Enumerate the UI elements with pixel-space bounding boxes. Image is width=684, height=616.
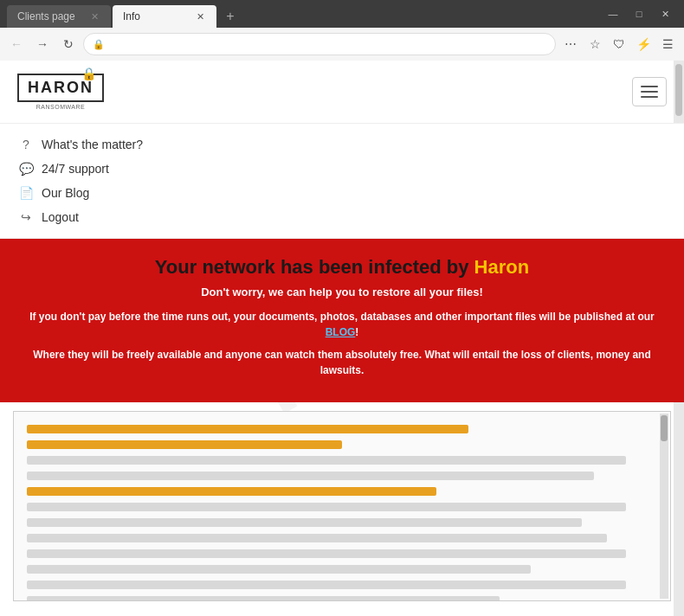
blog-link[interactable]: BLOG <box>326 326 356 338</box>
toolbar-icons: ⋯ ☆ 🛡 ⚡ ☰ <box>559 33 679 55</box>
window-controls: — □ ✕ <box>601 5 677 22</box>
doc-icon: 📄 <box>17 186 35 200</box>
close-window-button[interactable]: ✕ <box>653 5 677 22</box>
hamburger-menu[interactable] <box>632 77 667 106</box>
minimize-button[interactable]: — <box>601 5 625 22</box>
tab-clients-close[interactable]: ✕ <box>88 10 100 22</box>
logo-sub: RANSOMWARE <box>36 104 85 110</box>
hamburger-line-3 <box>641 96 658 98</box>
banner-headline: Your network has been infected by Haron <box>26 256 658 279</box>
nav-logout-label: Logout <box>42 210 79 224</box>
content-line <box>27 503 626 511</box>
inner-scrollbar[interactable] <box>660 414 668 599</box>
url-bar[interactable]: 🔒 <box>83 33 556 55</box>
scroll-content-area[interactable] <box>13 411 671 601</box>
content-line <box>27 518 582 527</box>
banner-body2: Where they will be freely available and … <box>26 347 658 378</box>
lightning-icon: ⚡ <box>632 33 655 55</box>
nav-blog[interactable]: 📄 Our Blog <box>17 181 667 205</box>
content-line <box>27 487 436 496</box>
question-icon: ? <box>17 138 35 151</box>
refresh-button[interactable]: ↻ <box>57 33 80 55</box>
tab-info-label: Info <box>123 10 187 22</box>
banner-headline-part1: Your network has been infected by <box>155 256 474 278</box>
site-nav: 🔒 HARON RANSOMWARE <box>0 61 684 124</box>
shield-icon: 🛡 <box>608 33 630 55</box>
nav-whats-matter-label: What's the matter? <box>42 138 143 151</box>
logout-icon: ↪ <box>17 210 35 224</box>
banner-haron-name: Haron <box>474 256 530 278</box>
tab-info[interactable]: Info ✕ <box>113 5 216 28</box>
nav-support[interactable]: 💬 24/7 support <box>17 157 667 181</box>
content-line <box>27 440 342 449</box>
hamburger-line-1 <box>641 86 658 87</box>
forward-button[interactable]: → <box>31 33 54 55</box>
address-bar: ← → ↻ 🔒 ⋯ ☆ 🛡 ⚡ ☰ <box>0 28 684 61</box>
browser-chrome: Clients page ✕ Info ✕ + — □ ✕ ← → ↻ 🔒 ⋯ <box>0 0 684 61</box>
scroll-content <box>14 412 670 601</box>
menu-button[interactable]: ☰ <box>656 33 679 55</box>
title-bar: Clients page ✕ Info ✕ + — □ ✕ <box>0 0 684 28</box>
nav-support-label: 24/7 support <box>42 162 109 176</box>
content-line <box>27 549 626 558</box>
logo-lock-icon: 🔒 <box>81 67 98 80</box>
banner-subtitle: Don't worry, we can help you to restore … <box>26 286 658 298</box>
content-line <box>27 472 594 480</box>
nav-blog-label: Our Blog <box>42 186 89 200</box>
content-line <box>27 456 626 465</box>
nav-whats-matter[interactable]: ? What's the matter? <box>17 132 667 157</box>
hamburger-line-2 <box>641 91 658 93</box>
maximize-button[interactable]: □ <box>627 5 651 22</box>
back-button[interactable]: ← <box>5 33 28 55</box>
bookmark-button[interactable]: ☆ <box>584 33 606 55</box>
page-content: HZZ 🔒 HARON RANSOMWARE ? What's the matt… <box>0 61 684 616</box>
page-wrapper: HZZ 🔒 HARON RANSOMWARE ? What's the matt… <box>0 61 684 616</box>
content-line <box>27 581 626 589</box>
lock-icon: 🔒 <box>93 39 105 50</box>
nav-logout[interactable]: ↪ Logout <box>17 205 667 229</box>
new-tab-button[interactable]: + <box>218 5 242 28</box>
content-line <box>27 596 500 601</box>
tab-bar: Clients page ✕ Info ✕ + <box>7 0 242 28</box>
logo-area: 🔒 HARON RANSOMWARE <box>17 74 104 110</box>
inner-scroll-thumb <box>661 415 668 441</box>
tab-clients-label: Clients page <box>17 10 81 22</box>
logo-box: 🔒 HARON <box>17 74 104 102</box>
content-line <box>27 425 468 433</box>
banner-body1: If you don't pay before the time runs ou… <box>26 309 658 340</box>
content-line <box>27 565 531 574</box>
extensions-button[interactable]: ⋯ <box>559 33 582 55</box>
content-line <box>27 534 607 542</box>
logo-text: HARON <box>28 79 94 96</box>
dropdown-nav: ? What's the matter? 💬 24/7 support 📄 Ou… <box>0 124 684 239</box>
chat-icon: 💬 <box>17 162 35 176</box>
tab-info-close[interactable]: ✕ <box>194 10 206 22</box>
tab-clients[interactable]: Clients page ✕ <box>7 5 111 28</box>
red-banner: Your network has been infected by Haron … <box>0 239 684 402</box>
